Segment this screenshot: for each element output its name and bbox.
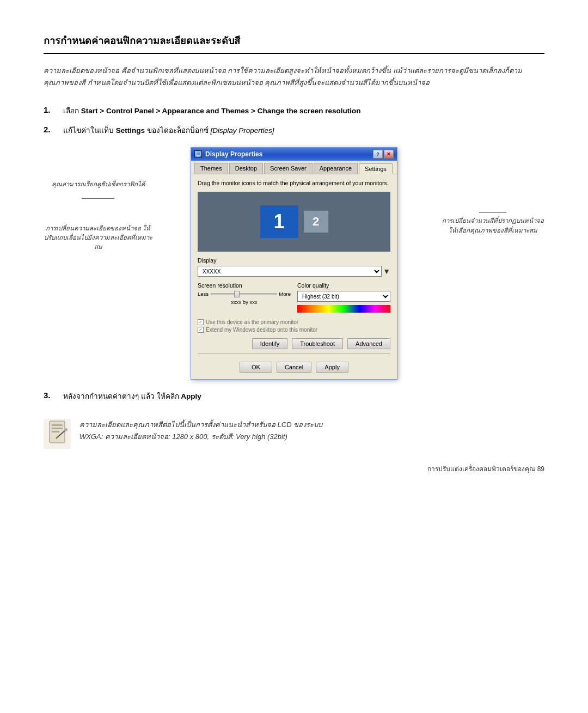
help-button[interactable]: ?: [373, 150, 383, 159]
color-quality-col: Color quality Highest (32 bit): [297, 282, 390, 315]
tab-screen-saver[interactable]: Screen Saver: [264, 163, 313, 174]
monitor-2-icon[interactable]: 2: [304, 211, 328, 233]
primary-monitor-label: Use this device as the primary monitor: [206, 319, 298, 325]
svg-rect-5: [52, 428, 63, 429]
note-text: ความละเอียดและคุณภาพสีต่อไปนี้เป็นการตั้…: [79, 419, 322, 443]
step-2: 2. แก้ไขค่าในแท็บ Settings ของไดอะล็อกบ็…: [44, 125, 544, 137]
note-text-line2: WXGA: ความละเอียดหน้าจอ: 1280 x 800, ระด…: [79, 431, 322, 443]
dialog-title: Display Properties: [205, 150, 262, 158]
extend-desktop-label: Extend my Windows desktop onto this moni…: [206, 327, 317, 333]
troubleshoot-button[interactable]: Troubleshoot: [292, 338, 343, 349]
dialog-titlebar: Display Properties ? ✕: [191, 148, 397, 161]
step-1: 1. เลือก Start > Control Panel > Appeara…: [44, 105, 544, 117]
step-2-text: แก้ไขค่าในแท็บ Settings ของไดอะล็อกบ็อกซ…: [63, 125, 274, 137]
step-3-text: หลังจากกำหนดค่าต่างๆ แล้ว ให้คลิก Apply: [63, 391, 201, 403]
cancel-button[interactable]: Cancel: [277, 362, 311, 373]
note-text-line1: ความละเอียดและคุณภาพสีต่อไปนี้เป็นการตั้…: [79, 419, 322, 431]
step-2-number: 2.: [44, 125, 60, 137]
dialog-tabs: Themes Desktop Screen Saver Appearance S…: [191, 161, 397, 174]
svg-line-9: [56, 437, 57, 438]
advanced-button[interactable]: Advanced: [347, 338, 390, 349]
less-label: Less: [198, 291, 209, 297]
tab-settings[interactable]: Settings: [359, 163, 393, 174]
extend-desktop-checkbox[interactable]: ✓: [198, 327, 204, 333]
titlebar-buttons: ? ✕: [373, 150, 394, 159]
right-annotation: การเปลี่ยนจำนวนสีที่ปรากฏบนหน้าจอ ให้เลื…: [441, 216, 544, 235]
close-button[interactable]: ✕: [384, 150, 394, 159]
display-select[interactable]: XXXXX: [198, 266, 382, 277]
section-title: การกำหนดค่าคอนฟิกความละเอียดและระดับสี: [44, 33, 544, 54]
dialog-hint: Drag the monitor icons to match the phys…: [198, 180, 390, 186]
note-box: ความละเอียดและคุณภาพสีต่อไปนี้เป็นการตั้…: [44, 413, 544, 454]
left-annotation-top: คุณสามารถเรียกดูชิปเซ็ตกราฟิกได้: [52, 180, 145, 189]
ok-button[interactable]: OK: [240, 362, 272, 373]
svg-point-8: [64, 428, 68, 431]
apply-button[interactable]: Apply: [316, 362, 348, 373]
svg-rect-4: [52, 424, 63, 426]
step-1-number: 1.: [44, 105, 60, 117]
display-properties-dialog[interactable]: Display Properties ? ✕ Themes Desktop Sc…: [191, 147, 397, 380]
screen-resolution-label: Screen resolution: [198, 282, 291, 289]
slider-thumb[interactable]: [234, 291, 240, 297]
primary-monitor-checkbox[interactable]: ✓: [198, 319, 204, 325]
left-annotation-bottom: การเปลี่ยนความละเอียดของหน้าจอ ให้ปรับแถ…: [44, 224, 152, 252]
footer-text: การปรับแต่งเครื่องคอมพิวเตอร์ของคุณ 89: [427, 464, 544, 474]
svg-rect-2: [197, 156, 200, 157]
dialog-content: Drag the monitor icons to match the phys…: [191, 174, 397, 379]
step-3-number: 3.: [44, 391, 60, 400]
primary-monitor-checkbox-row: ✓ Use this device as the primary monitor: [198, 319, 390, 325]
note-icon: [44, 419, 71, 449]
steps-container: 1. เลือก Start > Control Panel > Appeara…: [44, 105, 544, 136]
screen-resolution-col: Screen resolution Less More xxxx by xxx: [198, 282, 291, 315]
monitor-1-icon[interactable]: 1: [260, 205, 298, 238]
svg-rect-6: [52, 431, 59, 432]
slider-row: Less More: [198, 291, 291, 297]
resolution-text: xxxx by xxx: [198, 299, 291, 305]
step-1-text: เลือก Start > Control Panel > Appearance…: [63, 105, 361, 117]
more-label: More: [279, 291, 291, 297]
svg-rect-1: [197, 155, 199, 156]
tab-desktop[interactable]: Desktop: [229, 163, 263, 174]
dialog-area: คุณสามารถเรียกดูชิปเซ็ตกราฟิกได้ การเปลี…: [44, 147, 544, 380]
svg-rect-0: [196, 152, 200, 155]
display-select-row: XXXXX ▼: [198, 266, 390, 277]
tab-appearance[interactable]: Appearance: [314, 163, 358, 174]
display-label: Display: [198, 257, 390, 264]
color-quality-label: Color quality: [297, 282, 390, 289]
resolution-slider[interactable]: [211, 293, 277, 295]
dialog-action-buttons: OK Cancel Apply: [198, 358, 390, 374]
color-bar: [297, 305, 390, 313]
extend-desktop-checkbox-row: ✓ Extend my Windows desktop onto this mo…: [198, 327, 390, 333]
monitor-preview-area: 1 2: [198, 192, 390, 252]
intro-text: ความละเอียดของหน้าจอ คือจำนวนพิกเซลที่แส…: [44, 65, 544, 89]
identify-button[interactable]: Identify: [252, 338, 287, 349]
step-3: 3. หลังจากกำหนดค่าต่างๆ แล้ว ให้คลิก App…: [44, 391, 544, 403]
tab-themes[interactable]: Themes: [194, 163, 228, 174]
color-quality-select[interactable]: Highest (32 bit): [297, 291, 390, 302]
titlebar-left: Display Properties: [194, 150, 262, 158]
two-column-section: Screen resolution Less More xxxx by xxx …: [198, 282, 390, 315]
